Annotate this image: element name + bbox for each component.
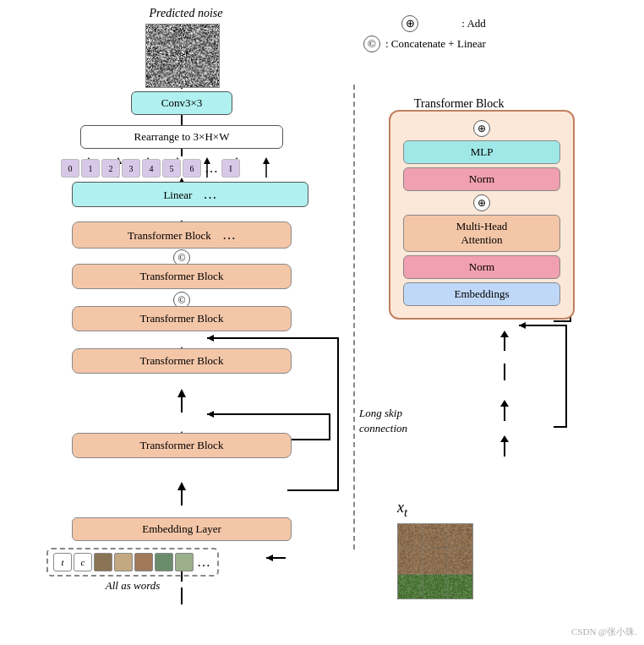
xt-label: xt [397,499,473,520]
transformer-block-1: Transformer Block … [72,221,292,249]
attention-box: Multi-HeadAttention [403,215,560,252]
input-tokens: t c … All as words [46,545,219,593]
predicted-noise-label: Predicted noise [118,7,254,20]
noise-image [145,24,220,88]
linear-box: Linear … [72,182,308,207]
transformer-block-3: Transformer Block [72,306,292,331]
watermark: CSDN @张小珠. [571,626,637,638]
transformer-detail-outer: ⊕ MLP Norm ⊕ Multi-HeadAttention Norm Em… [389,110,575,320]
add-label: : Add [461,17,486,30]
transformer-block-5: Transformer Block [72,433,292,458]
transformer-block-4: Transformer Block [72,348,292,374]
embedding-layer: Embedding Layer [72,517,292,541]
norm1-box: Norm [403,167,560,191]
patch-img-5 [175,553,194,571]
all-as-words: All as words [46,579,219,593]
diagram-container: Predicted noise Conv3×3 Rearrange to 3×H… [0,0,644,645]
xt-image [397,523,473,599]
svg-marker-47 [500,331,509,337]
token-1: 1 [81,159,100,178]
token-last: I [221,159,240,178]
token-6: 6 [183,159,201,178]
conv-box: Conv3×3 [131,91,232,115]
concat-label: : Concatenate + Linear [385,37,486,51]
transformer-block-2: Transformer Block [72,264,292,289]
svg-marker-58 [266,555,273,561]
concat-symbol-legend: © [363,36,380,52]
norm2-box: Norm [403,255,560,279]
token-5: 5 [162,159,181,178]
add-circle-top: ⊕ [473,120,490,137]
token-4: 4 [142,159,161,178]
add-symbol-legend: ⊕ [401,15,418,32]
svg-marker-40 [207,411,214,418]
transformer-block-title: Transformer Block [414,97,504,111]
svg-marker-42 [500,435,509,442]
token-2: 2 [101,159,120,178]
rearrange-box: Rearrange to 3×H×W [80,125,283,149]
token-3: 3 [122,159,140,178]
svg-marker-39 [207,335,214,342]
svg-marker-8 [177,389,186,397]
svg-marker-44 [500,400,509,407]
svg-marker-32 [263,157,270,164]
patch-img-1 [94,553,112,571]
xt-section: xt [397,499,473,603]
long-skip-label: Long skip connection [359,406,407,436]
token-0: 0 [61,159,79,178]
add-circle-mid: ⊕ [473,194,490,211]
token-c: c [74,553,92,571]
patch-tokens-row: 0 1 2 3 4 5 6 … I [61,159,240,178]
input-arrow [262,549,287,566]
patch-img-4 [155,553,173,571]
mlp-box: MLP [403,140,560,164]
legend: ⊕ : Add © : Concatenate + Linear [363,15,486,56]
svg-marker-48 [519,322,526,329]
section-separator [353,85,355,549]
svg-marker-4 [177,482,186,490]
token-t: t [53,553,72,571]
patch-img-2 [114,553,133,571]
patch-img-3 [134,553,153,571]
embeddings-box: Embeddings [403,282,560,306]
dots-mid: … [203,161,220,176]
dots-input: … [195,555,212,570]
